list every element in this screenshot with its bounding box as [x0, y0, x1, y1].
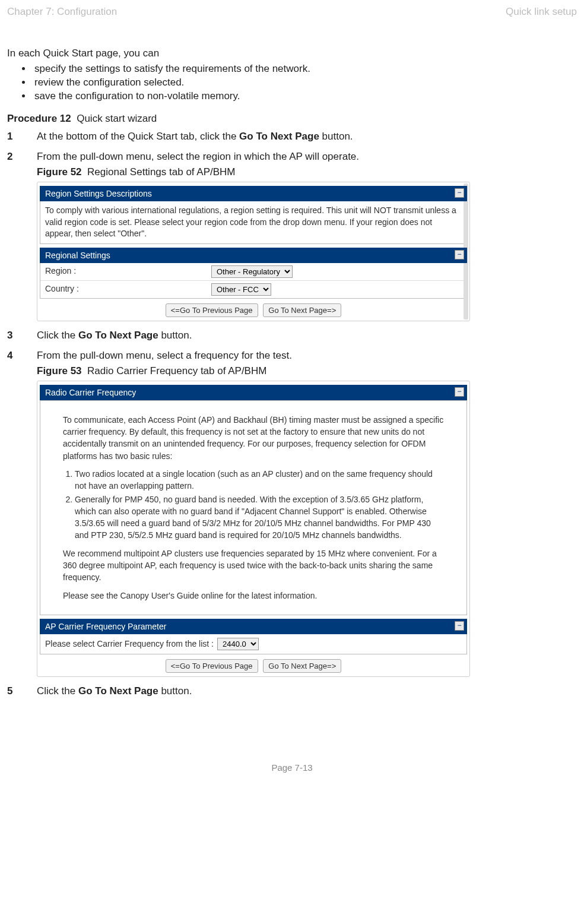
country-label: Country : — [45, 283, 211, 295]
region-select[interactable]: Other - Regulatory — [211, 265, 293, 278]
step-text: From the pull-down menu, select a freque… — [37, 350, 292, 361]
step-text: Click the — [37, 685, 78, 697]
panel-title: Radio Carrier Frequency — [45, 388, 136, 397]
bullet-item: review the configuration selected. — [32, 77, 578, 88]
step-5: Click the Go To Next Page button. — [7, 685, 578, 697]
rule-item: Two radios located at a single location … — [75, 468, 444, 492]
go-to-next-page-button[interactable]: Go To Next Page=> — [263, 659, 341, 673]
step-2: From the pull-down menu, select the regi… — [7, 151, 578, 321]
figure-52-screenshot: Region Settings Descriptions − To comply… — [37, 182, 470, 321]
regional-settings-header: Regional Settings − — [40, 248, 467, 263]
collapse-icon[interactable]: − — [455, 250, 464, 260]
figure-53-caption: Figure 53 Radio Carrier Frequency tab of… — [37, 365, 578, 377]
bullet-item: save the configuration to non-volatile m… — [32, 90, 578, 102]
carrier-frequency-label: Please select Carrier Frequency from the… — [45, 638, 217, 650]
step-text: button. — [319, 131, 353, 142]
panel-title: AP Carrier Frequency Parameter — [45, 622, 166, 631]
panel-title: Regional Settings — [45, 251, 110, 260]
procedure-label: Procedure 12 — [7, 113, 71, 124]
step-text: button. — [158, 330, 192, 341]
intro-bullets: specify the settings to satisfy the requ… — [7, 63, 578, 102]
intro-paragraph: In each Quick Start page, you can — [7, 48, 578, 59]
figure-label: Figure 53 — [37, 365, 82, 376]
radio-carrier-description: To communicate, each Access Point (AP) a… — [63, 414, 444, 462]
figure-title: Radio Carrier Frequency tab of AP/BHM — [87, 365, 266, 376]
procedure-heading: Procedure 12 Quick start wizard — [7, 113, 578, 125]
step-text: At the bottom of the Quick Start tab, cl… — [37, 131, 239, 142]
go-to-next-page-button[interactable]: Go To Next Page=> — [263, 303, 341, 317]
collapse-icon[interactable]: − — [455, 387, 464, 397]
figure-label: Figure 52 — [37, 166, 82, 178]
go-to-previous-page-button[interactable]: <=Go To Previous Page — [166, 303, 258, 317]
ap-carrier-frequency-parameter-header: AP Carrier Frequency Parameter − — [40, 619, 467, 634]
go-to-next-page-ref: Go To Next Page — [78, 330, 158, 341]
procedure-title: Quick start wizard — [77, 113, 157, 124]
region-settings-descriptions-body: To comply with various international reg… — [40, 201, 467, 244]
collapse-icon[interactable]: − — [455, 621, 464, 631]
go-to-previous-page-button[interactable]: <=Go To Previous Page — [166, 659, 258, 673]
region-label: Region : — [45, 265, 211, 277]
section-header: Quick link setup — [506, 6, 577, 18]
step-text: Click the — [37, 330, 78, 341]
figure-52-caption: Figure 52 Regional Settings tab of AP/BH… — [37, 166, 578, 178]
figure-53-screenshot: Radio Carrier Frequency − To communicate… — [37, 381, 470, 677]
radio-carrier-seealso: Please see the Canopy User's Guide onlin… — [63, 590, 444, 602]
panel-title: Region Settings Descriptions — [45, 189, 152, 198]
step-3: Click the Go To Next Page button. — [7, 330, 578, 341]
figure-title: Regional Settings tab of AP/BHM — [87, 166, 235, 178]
bullet-item: specify the settings to satisfy the requ… — [32, 63, 578, 75]
chapter-header: Chapter 7: Configuration — [7, 6, 117, 18]
page-number: Page 7-13 — [6, 762, 578, 773]
carrier-frequency-select[interactable]: 2440.0 — [217, 638, 259, 650]
go-to-next-page-ref: Go To Next Page — [78, 685, 158, 697]
go-to-next-page-ref: Go To Next Page — [239, 131, 319, 142]
rule-item: Generally for PMP 450, no guard band is … — [75, 493, 444, 542]
radio-carrier-recommendation: We recommend multipoint AP clusters use … — [63, 548, 444, 584]
country-select[interactable]: Other - FCC — [211, 283, 271, 296]
collapse-icon[interactable]: − — [455, 188, 464, 198]
step-text: From the pull-down menu, select the regi… — [37, 151, 359, 162]
step-text: button. — [158, 685, 192, 697]
radio-carrier-frequency-header: Radio Carrier Frequency − — [40, 385, 467, 400]
step-4: From the pull-down menu, select a freque… — [7, 350, 578, 677]
step-1: At the bottom of the Quick Start tab, cl… — [7, 131, 578, 143]
region-settings-descriptions-header: Region Settings Descriptions − — [40, 186, 467, 201]
